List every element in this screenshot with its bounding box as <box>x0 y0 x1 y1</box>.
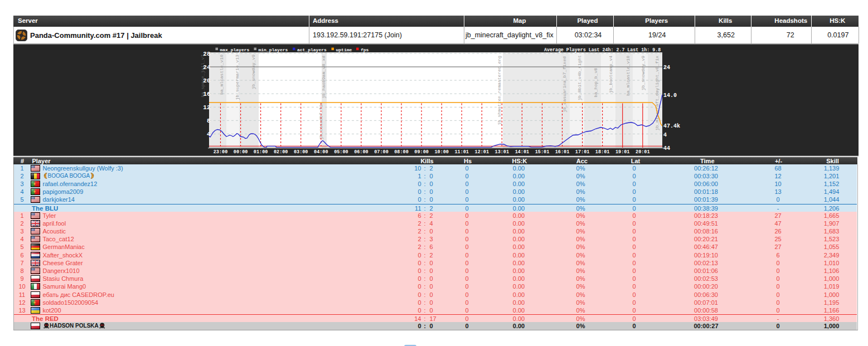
svg-text:05:00: 05:00 <box>334 149 348 155</box>
svg-text:47.4k: 47.4k <box>663 123 680 129</box>
svg-text:ba_mlcastle_v10: ba_mlcastle_v10 <box>625 56 631 96</box>
svg-text:Average Players Last 24h: 2.7: Average Players Last 24h: 2.7 Last 1h: 9… <box>544 47 661 52</box>
svg-text:14:01: 14:01 <box>515 149 530 155</box>
svg-text:jb_supermario_v13: jb_supermario_v13 <box>235 55 240 100</box>
svg-text:jb_8bit_v4b_right: jb_8bit_v4b_right <box>577 55 582 101</box>
svg-text:jb_bootcamp_v4: jb_bootcamp_v4 <box>608 56 613 93</box>
svg-text:02:00: 02:00 <box>274 149 288 155</box>
svg-text:20:01: 20:01 <box>636 149 650 155</box>
svg-text:24: 24 <box>203 64 211 71</box>
svg-text:07:00: 07:00 <box>374 149 389 155</box>
svg-text:06:00: 06:00 <box>354 149 368 155</box>
svg-text:12:01: 12:01 <box>475 149 489 155</box>
svg-text:28: 28 <box>203 51 211 57</box>
svg-text:09:00: 09:00 <box>414 149 429 155</box>
svg-text:jb_casuarina_b7_fixed: jb_casuarina_b7_fixed <box>562 56 567 113</box>
svg-text:16:01: 16:01 <box>555 149 570 155</box>
svg-text:19:01: 19:01 <box>615 149 630 155</box>
svg-text:act_players: act_players <box>297 47 327 52</box>
svg-text:8: 8 <box>207 118 211 124</box>
svg-text:ba_hop_b_v8: ba_hop_b_v8 <box>593 68 598 98</box>
svg-text:20: 20 <box>203 77 210 84</box>
svg-text:4: 4 <box>207 131 211 138</box>
svg-text:16: 16 <box>203 91 210 98</box>
svg-text:18:01: 18:01 <box>595 149 610 155</box>
svg-text:fps: fps <box>361 47 369 52</box>
svg-text:14.0: 14.0 <box>663 92 677 99</box>
svg-text:44: 44 <box>663 145 670 152</box>
svg-text:jb_shmotzen_remastered_eng: jb_shmotzen_remastered_eng <box>497 56 502 125</box>
svg-text:ba_mlcastle_v10: ba_mlcastle_v10 <box>219 55 224 95</box>
svg-text:jb_snowday_v9: jb_snowday_v9 <box>251 55 256 90</box>
svg-text:13:01: 13:01 <box>495 149 510 155</box>
svg-text:23:00: 23:00 <box>214 149 228 155</box>
svg-text:uptime: uptime <box>336 47 352 52</box>
svg-text:17:01: 17:01 <box>575 149 590 155</box>
svg-text:08:00: 08:00 <box>394 149 409 155</box>
svg-text:03:00: 03:00 <box>294 149 308 155</box>
svg-text:11:01: 11:01 <box>454 149 469 155</box>
svg-text:min_players: min_players <box>259 47 288 52</box>
svg-text:15:01: 15:01 <box>535 149 550 155</box>
svg-text:4: 4 <box>663 132 667 138</box>
svg-text:jb_snowday_v9: jb_snowday_v9 <box>641 56 646 91</box>
svg-text:01:00: 01:00 <box>254 149 268 155</box>
svg-text:24: 24 <box>663 65 670 71</box>
svg-text:jb_haob9am_v8_xd: jb_haob9am_v8_xd <box>321 56 326 99</box>
svg-text:10:00: 10:00 <box>434 149 449 155</box>
svg-text:04:00: 04:00 <box>314 149 328 155</box>
svg-text:12: 12 <box>203 104 210 111</box>
svg-text:00:00: 00:00 <box>234 149 248 155</box>
svg-text:max_players: max_players <box>220 47 250 52</box>
